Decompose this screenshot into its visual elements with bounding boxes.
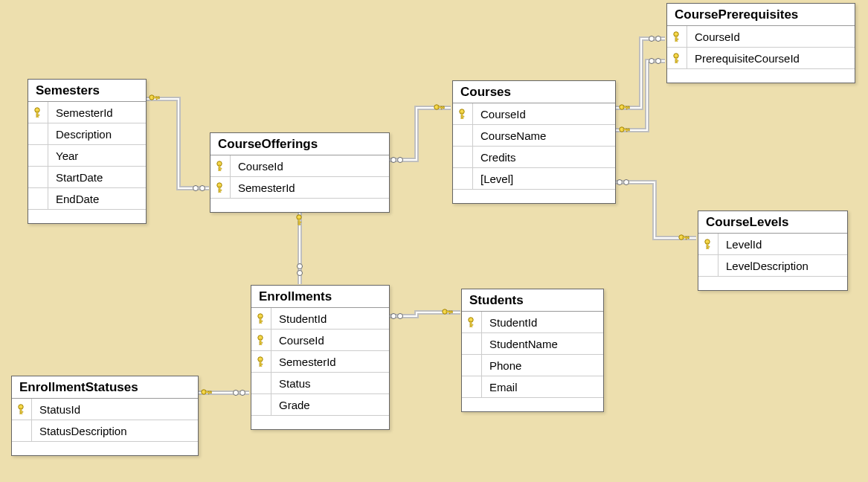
key-icon (457, 109, 468, 119)
table-row[interactable]: Year (28, 145, 146, 167)
column-name: EndDate (48, 193, 106, 205)
entity-semesters[interactable]: Semesters SemesterId Description Year St… (28, 79, 147, 224)
table-row[interactable]: StudentId (251, 308, 389, 330)
column-name: Email (482, 381, 525, 393)
table-row[interactable]: CourseId (453, 103, 615, 125)
column-name: SemesterId (231, 181, 303, 194)
entity-enrollment-statuses[interactable]: EnrollmentStatuses StatusId StatusDescri… (11, 376, 199, 456)
table-row[interactable]: StartDate (28, 167, 146, 188)
column-name: StatusId (32, 403, 88, 416)
table-row[interactable]: Credits (453, 147, 615, 168)
column-name: CourseId (271, 334, 332, 347)
entity-course-levels[interactable]: CourseLevels LevelId LevelDescription (698, 211, 848, 291)
table-row[interactable]: CourseName (453, 125, 615, 147)
table-row[interactable]: Description (28, 123, 146, 145)
column-name: Credits (473, 151, 524, 164)
column-name: StudentName (482, 338, 565, 350)
column-name: LevelId (718, 238, 769, 251)
table-row[interactable]: PrerequisiteCourseId (667, 48, 855, 69)
column-name: StartDate (48, 171, 110, 184)
key-icon (33, 107, 43, 118)
key-icon (215, 161, 225, 171)
column-name: StatusDescription (32, 425, 135, 437)
table-row[interactable]: Email (462, 376, 603, 398)
column-name: PrerequisiteCourseId (687, 52, 807, 65)
key-icon (215, 182, 225, 193)
column-name: [Level] (473, 173, 521, 185)
entity-students[interactable]: Students StudentId StudentName Phone Ema… (461, 289, 604, 412)
entity-courses[interactable]: Courses CourseId CourseName Credits [Lev… (452, 80, 616, 204)
table-row[interactable]: StudentId (462, 312, 603, 333)
entity-title: CoursePrerequisites (667, 4, 855, 26)
column-name: StudentId (271, 312, 334, 325)
table-row[interactable]: SemesterId (28, 102, 146, 123)
column-name: CourseName (473, 129, 553, 142)
table-row[interactable]: EndDate (28, 188, 146, 210)
table-row[interactable]: Status (251, 373, 389, 394)
key-icon (256, 313, 266, 324)
column-name: Phone (482, 359, 529, 372)
table-row[interactable]: LevelId (698, 234, 847, 255)
table-row[interactable]: Phone (462, 355, 603, 376)
table-row[interactable]: StatusId (12, 399, 198, 420)
key-icon (672, 53, 682, 63)
key-icon (16, 404, 27, 414)
entity-course-prerequisites[interactable]: CoursePrerequisites CourseId Prerequisit… (666, 3, 855, 83)
column-name: CourseId (231, 160, 291, 173)
column-name: StudentId (482, 316, 544, 329)
table-row[interactable]: Grade (251, 394, 389, 416)
key-icon (672, 31, 682, 42)
entity-title: EnrollmentStatuses (12, 376, 198, 399)
key-icon (703, 239, 713, 249)
table-row[interactable]: SemesterId (210, 177, 389, 199)
table-row[interactable]: SemesterId (251, 351, 389, 373)
column-name: SemesterId (48, 106, 120, 119)
column-name: CourseId (473, 108, 533, 120)
column-name: Description (48, 128, 119, 141)
column-name: Grade (271, 399, 318, 411)
key-icon (256, 335, 266, 345)
entity-enrollments[interactable]: Enrollments StudentId CourseId SemesterI… (251, 285, 390, 430)
key-icon (256, 356, 266, 367)
key-icon (466, 317, 477, 327)
table-row[interactable]: LevelDescription (698, 255, 847, 277)
entity-title: CourseOfferings (210, 133, 389, 155)
table-row[interactable]: CourseId (251, 330, 389, 351)
table-row[interactable]: StudentName (462, 333, 603, 355)
entity-title: Enrollments (251, 286, 389, 308)
column-name: SemesterId (271, 356, 344, 368)
entity-title: Semesters (28, 80, 146, 102)
table-row[interactable]: CourseId (210, 155, 389, 177)
table-row[interactable]: StatusDescription (12, 420, 198, 442)
table-row[interactable]: [Level] (453, 168, 615, 190)
column-name: Status (271, 377, 318, 390)
column-name: LevelDescription (718, 260, 816, 272)
column-name: Year (48, 150, 86, 162)
entity-title: Students (462, 289, 603, 312)
entity-title: CourseLevels (698, 211, 847, 234)
entity-title: Courses (453, 81, 615, 103)
entity-course-offerings[interactable]: CourseOfferings CourseId SemesterId (210, 132, 390, 213)
column-name: CourseId (687, 30, 748, 43)
table-row[interactable]: CourseId (667, 26, 855, 48)
